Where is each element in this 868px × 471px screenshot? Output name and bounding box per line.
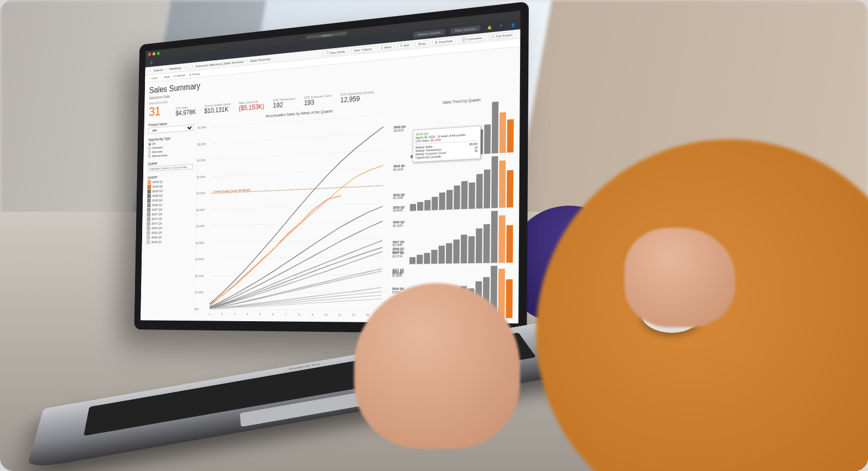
bar[interactable] — [499, 160, 506, 208]
edit-button[interactable]: ✎Edit — [397, 41, 412, 49]
legend-label: 2018 Q3 — [152, 194, 163, 197]
bar[interactable] — [491, 156, 498, 208]
legend-swatch-icon — [147, 190, 151, 194]
bar[interactable] — [424, 253, 430, 264]
help-icon[interactable]: ? — [498, 23, 504, 29]
y-axis-tick: $3,000K — [196, 241, 205, 244]
legend-swatch-icon — [147, 240, 150, 244]
breadcrumb-root[interactable]: Explore — [154, 68, 163, 72]
bar[interactable] — [507, 170, 513, 208]
bar[interactable] — [484, 224, 490, 263]
legend-swatch-icon — [147, 198, 151, 203]
bar[interactable] — [454, 185, 460, 210]
radio-icon — [148, 146, 151, 150]
x-axis-tick: 13 — [366, 313, 368, 316]
legend-label: 2019 Q1 — [152, 180, 163, 184]
bar[interactable] — [507, 119, 513, 153]
kpi-card: QTD Sales$4,978K — [175, 105, 196, 117]
data-details-button[interactable]: ⓘData Details — [323, 48, 348, 56]
alerts-button[interactable]: ⚠Alerts — [377, 44, 394, 51]
bar[interactable] — [410, 204, 416, 211]
bar[interactable] — [500, 112, 506, 153]
bar[interactable] — [506, 225, 513, 263]
quarter-highlight-input[interactable] — [148, 164, 193, 172]
bar[interactable] — [409, 257, 415, 264]
bar[interactable] — [424, 200, 430, 211]
bar[interactable] — [461, 234, 467, 263]
download-button[interactable]: ⬇Download — [432, 37, 455, 45]
comments-button[interactable]: 💬Comments — [459, 34, 485, 43]
minimize-window-icon[interactable] — [153, 52, 155, 55]
pause-button[interactable]: ⏸ Pause — [189, 72, 200, 76]
bar[interactable] — [498, 215, 505, 263]
legend-swatch-icon — [147, 208, 151, 212]
breadcrumb-item[interactable]: Marketing — [169, 66, 181, 70]
bar[interactable] — [506, 279, 512, 318]
legend-swatch-icon — [147, 212, 151, 217]
bar[interactable] — [492, 102, 498, 154]
legend-swatch-icon — [147, 217, 150, 222]
legend-label: 2018 Q4 — [152, 189, 163, 192]
bar[interactable] — [491, 211, 497, 263]
legend-label: 2018 Q2 — [152, 198, 163, 202]
legend-swatch-icon — [147, 226, 150, 231]
kpi-value: $4,978K — [175, 108, 196, 117]
close-window-icon[interactable] — [148, 53, 151, 56]
refresh-button[interactable]: ⟳ Refresh — [174, 74, 185, 78]
bar[interactable] — [431, 250, 437, 264]
radio-label: All — [152, 142, 155, 145]
share-button[interactable]: Share — [415, 40, 429, 47]
series-end-label: 2019 Q1$5,163K — [393, 164, 405, 171]
bar[interactable] — [446, 243, 453, 264]
bar[interactable] — [439, 192, 445, 210]
bar[interactable] — [476, 228, 482, 263]
y-axis-tick: $6,500K — [197, 125, 206, 129]
filter-panel: Product Name (All) Opportunity Type AllS… — [145, 120, 194, 317]
legend-label: 2017 Q3 — [152, 212, 162, 216]
device-layouts-button[interactable]: Device Layouts — [413, 29, 445, 38]
data-sources-button[interactable]: Data Sources — [450, 25, 480, 34]
legend-swatch-icon — [147, 236, 150, 240]
bar[interactable] — [417, 255, 423, 264]
y-axis-tick: $5,500K — [197, 159, 206, 163]
bar[interactable] — [461, 181, 468, 209]
legend-swatch-icon — [148, 180, 152, 185]
product-name-select[interactable]: (All) — [148, 124, 194, 134]
legend-item[interactable]: 2016 Q1 — [147, 239, 192, 244]
bar[interactable] — [468, 237, 475, 264]
bar[interactable] — [432, 197, 438, 210]
kpi-value: 192 — [273, 101, 283, 109]
bell-icon[interactable]: 🔔 — [486, 24, 492, 30]
accumulated-sales-chart[interactable]: Accumulated Sales by Week of the Quarter… — [194, 103, 407, 318]
radio-label: Maintenance — [152, 154, 168, 158]
radio-label: Services — [152, 150, 163, 154]
radio-icon — [148, 150, 151, 154]
application-window: tableau ☰ Device Layouts Data Sources 🔔 … — [141, 11, 521, 323]
back-icon[interactable]: ← — [149, 69, 152, 72]
undo-button[interactable]: ← Undo — [149, 76, 158, 80]
legend-swatch-icon — [147, 222, 150, 226]
bar[interactable] — [417, 202, 423, 211]
bar-chart-row[interactable] — [409, 210, 513, 264]
x-axis-tick: 12 — [352, 313, 355, 316]
user-icon[interactable]: 👤 — [510, 22, 516, 28]
legend-swatch-icon — [147, 185, 151, 189]
nav-menu-icon[interactable]: ☰ — [149, 60, 153, 65]
bar[interactable] — [439, 245, 445, 264]
bar[interactable] — [446, 190, 453, 210]
bar[interactable] — [469, 182, 475, 209]
breadcrumb-current: Sales Summary — [250, 57, 271, 62]
maximize-window-icon[interactable] — [157, 52, 160, 55]
fullscreen-button[interactable]: ⛶Full Screen — [488, 31, 516, 39]
view-original-button[interactable]: View: Original — [351, 45, 375, 53]
x-axis-tick: 1 — [209, 312, 210, 316]
bar[interactable] — [476, 174, 483, 209]
kpi-value: 12,959 — [340, 95, 360, 104]
bar[interactable] — [484, 124, 491, 154]
x-axis-tick: 6 — [272, 313, 274, 316]
comment-icon: 💬 — [462, 38, 466, 41]
redo-button[interactable]: → Redo — [161, 75, 170, 78]
bar[interactable] — [484, 169, 490, 208]
bar[interactable] — [453, 239, 460, 264]
bar-chart-row[interactable] — [410, 155, 513, 212]
